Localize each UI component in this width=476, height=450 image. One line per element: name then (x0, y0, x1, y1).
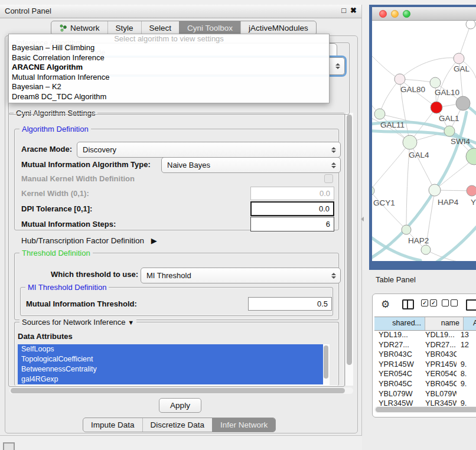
network-edge[interactable] (372, 191, 406, 230)
select-all-checks-icon[interactable]: ✓ ✓ (421, 299, 437, 306)
node-label-hap2: HAP2 (408, 236, 429, 245)
network-edge[interactable] (400, 58, 459, 79)
manual-kernel-label: Manual Kernel Width Definition (21, 174, 135, 183)
close-traffic-light-icon[interactable] (379, 10, 387, 18)
float-window-icon[interactable]: □ (341, 6, 346, 15)
table-cell: YDL19... (374, 330, 421, 340)
tab-cyni-toolbox[interactable]: Cyni Toolbox (179, 21, 240, 35)
table-row[interactable]: YER054CYER054C8. (374, 369, 476, 379)
node-label-gal80: GAL80 (400, 85, 425, 94)
combo-arrows-icon (331, 142, 337, 157)
aracne-mode-combo[interactable]: Discovery (77, 142, 341, 158)
tab-jactivemnodules[interactable]: jActiveMNodules (240, 21, 316, 35)
settings-vertical-scrollbar[interactable] (345, 113, 353, 386)
node-table: ⚙ ✓ ✓ shared...nameA YDL19...YDL19...13Y… (372, 294, 476, 418)
table-hscroll-thumb[interactable] (376, 407, 476, 412)
network-node[interactable] (431, 102, 442, 113)
network-node-swi4[interactable] (466, 148, 476, 165)
network-node[interactable] (466, 21, 475, 29)
table-body: YDL19...YDL19...13YDR27...YDR27...12YBR0… (374, 330, 476, 409)
settings-vscroll-thumb[interactable] (347, 115, 352, 365)
mi-steps-field[interactable] (250, 217, 334, 231)
settings-hscroll-thumb[interactable] (11, 388, 345, 393)
attribute-item-betweennesscentrality[interactable]: BetweennessCentrality (18, 364, 323, 374)
settings-horizontal-scrollbar[interactable] (9, 387, 353, 394)
attribute-item-selfloops[interactable]: SelfLoops (18, 344, 323, 354)
network-node-hap2[interactable] (402, 225, 411, 234)
table-horizontal-scrollbar[interactable] (374, 406, 476, 413)
dropdown-item-dream8-dc-tdc-algorithm[interactable]: Dream8 DC_TDC Algorithm (9, 92, 329, 102)
tab-network[interactable]: Network (51, 21, 107, 35)
mi-threshold-field[interactable] (248, 297, 332, 311)
attribute-item-topologicalcoefficient[interactable]: TopologicalCoefficient (18, 354, 323, 364)
hub-definition-label: Hub/Transcription Factor Definition (21, 236, 144, 245)
control-panel-titlebar[interactable]: Control Panel □ ✖ (0, 5, 361, 18)
aracne-mode-label: Aracne Mode: (21, 145, 72, 154)
table-row[interactable]: YBR043CYBR043C (374, 350, 476, 360)
network-edge[interactable] (435, 161, 471, 190)
deselect-all-checks-icon[interactable] (442, 299, 458, 306)
attributes-scrollbar-thumb[interactable] (324, 345, 328, 379)
mi-type-combo[interactable]: Naive Bayes (161, 157, 341, 173)
dropdown-item-bayesian-hill-climbing[interactable]: Bayesian – Hill Climbing (9, 43, 329, 53)
network-node-gal10[interactable] (430, 77, 441, 88)
tab-discretize-data[interactable]: Discretize Data (142, 418, 213, 432)
dropdown-item-aracne-algorithm[interactable]: ARACNE Algorithm (9, 63, 329, 73)
panel-splitter-handle[interactable] (361, 217, 364, 221)
network-node-gal[interactable] (454, 53, 464, 64)
network-node-y[interactable] (467, 185, 476, 196)
dropdown-item-mutual-information-inference[interactable]: Mutual Information Inference (9, 73, 329, 83)
attribute-item-gal4rgexp[interactable]: gal4RGexp (18, 374, 323, 384)
network-node-gal1[interactable] (444, 126, 455, 136)
table-cell: YBR045C (374, 379, 421, 389)
attributes-scrollbar[interactable] (323, 345, 329, 384)
minimized-panel-icon[interactable] (3, 442, 15, 450)
network-window-titlebar[interactable] (372, 7, 476, 21)
sources-title-row[interactable]: Sources for Network Inference ▼ (19, 318, 136, 327)
algorithm-dropdown-popup: Select algorithm to view settings Bayesi… (8, 34, 330, 103)
data-attributes-label: Data Attributes (18, 332, 73, 341)
gear-icon[interactable]: ⚙ (381, 299, 390, 310)
table-row[interactable]: YDR27...YDR27...12 (374, 340, 476, 350)
which-threshold-combo[interactable]: MI Threshold (141, 268, 341, 283)
network-edge[interactable] (410, 142, 435, 190)
network-view-window[interactable]: GALGAL80GAL10GAL11GAL1SWI4GAL4GCY1HAP4YH… (369, 5, 476, 270)
dropdown-item-basic-correlation-inference[interactable]: Basic Correlation Inference (9, 53, 329, 63)
network-node-gcy1[interactable] (372, 186, 374, 195)
tab-style[interactable]: Style (107, 21, 141, 35)
table-row[interactable]: YDL19...YDL19...13 (374, 330, 476, 340)
hub-definition-expander[interactable]: Hub/Transcription Factor Definition ▶ (21, 236, 157, 245)
close-window-icon[interactable]: ✖ (350, 6, 357, 15)
network-node-gal4[interactable] (403, 135, 417, 149)
table-row[interactable]: YBR045CYBR045C9. (374, 379, 476, 389)
network-node[interactable] (421, 245, 431, 255)
network-node-hap4[interactable] (429, 184, 441, 196)
node-label-gal: GAL (454, 64, 470, 73)
tab-impute-data[interactable]: Impute Data (83, 418, 142, 432)
apply-button[interactable]: Apply (159, 398, 201, 413)
network-edge[interactable] (380, 79, 400, 114)
network-edge[interactable] (372, 142, 410, 191)
tab-select[interactable]: Select (141, 21, 180, 35)
column-layout-icon[interactable] (402, 299, 414, 309)
minimize-traffic-light-icon[interactable] (391, 10, 399, 18)
table-row[interactable]: YPR145WYPR145W9. (374, 360, 476, 370)
algorithm-dropdown-list: Bayesian – Hill ClimbingBasic Correlatio… (9, 43, 329, 102)
column-header-a[interactable]: A (464, 317, 476, 330)
network-node-gal11[interactable] (374, 109, 385, 119)
dropdown-item-bayesian-k2[interactable]: Bayesian – K2 (9, 82, 329, 92)
data-attributes-list[interactable]: SelfLoopsTopologicalCoefficientBetweenne… (18, 344, 330, 385)
network-node[interactable] (456, 96, 470, 110)
tab-infer-network[interactable]: Infer Network (212, 418, 275, 432)
network-canvas[interactable]: GALGAL80GAL10GAL11GAL1SWI4GAL4GCY1HAP4YH… (372, 21, 476, 261)
table-function-icon[interactable] (466, 299, 476, 311)
dpi-tolerance-field[interactable] (250, 201, 334, 216)
column-header-shared[interactable]: shared... (374, 317, 425, 330)
table-row[interactable]: YBL079WYBL079W (374, 389, 476, 399)
column-header-name[interactable]: name (425, 317, 464, 330)
network-edge[interactable] (437, 226, 476, 261)
kernel-width-field[interactable] (250, 187, 334, 200)
manual-kernel-checkbox[interactable] (324, 174, 333, 183)
network-node-gal80[interactable] (395, 74, 405, 84)
zoom-traffic-light-icon[interactable] (403, 10, 410, 18)
